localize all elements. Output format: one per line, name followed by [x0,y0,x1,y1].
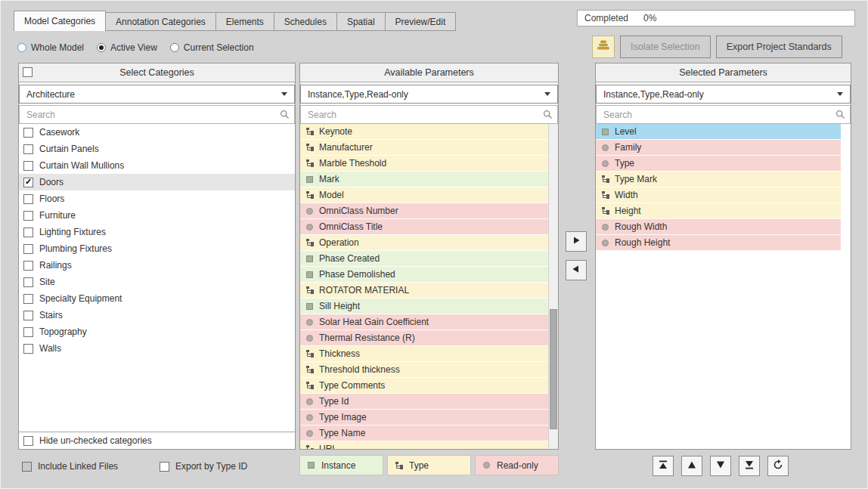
parameter-row[interactable]: Thickness [300,346,548,362]
category-checkbox[interactable] [23,311,33,320]
move-to-bottom-button[interactable] [739,456,760,476]
category-checkbox[interactable] [23,261,33,271]
parameter-row[interactable]: Mark [300,172,548,187]
parameter-row[interactable]: Threshold thickness [300,362,548,378]
parameter-row[interactable]: Thermal Resistance (R) [300,330,548,346]
parameter-label: Type Name [319,428,365,438]
category-checkbox[interactable] [23,327,33,337]
parameter-row[interactable]: Rough Height [596,235,841,251]
parameter-row[interactable]: Type Comments [300,378,548,394]
category-checkbox[interactable] [23,128,33,138]
category-row[interactable]: Doors [19,174,295,190]
chevron-down-icon [837,92,843,96]
parameter-row[interactable]: OmniClass Number [300,203,548,219]
parameter-row[interactable]: Phase Demolished [300,267,548,283]
add-parameter-button[interactable] [566,231,587,252]
include-linked-files-checkbox[interactable] [22,462,32,472]
scrollbar-thumb[interactable] [550,309,557,429]
parameter-row[interactable]: Type Name [300,426,548,441]
parameter-row[interactable]: OmniClass Title [300,219,548,235]
discipline-dropdown[interactable]: Architecture [19,85,295,104]
parameter-row[interactable]: Solar Heat Gain Coefficient [300,314,548,330]
export-by-type-id-checkbox[interactable] [160,462,169,472]
move-to-top-button[interactable] [653,456,674,476]
parameter-row[interactable]: Type Id [300,394,548,410]
tab[interactable]: Model Categories [14,11,106,31]
scope-radio-option[interactable]: Current Selection [170,42,254,53]
tab[interactable]: Annotation Categories [105,12,216,31]
isolate-selection-button[interactable]: Isolate Selection [620,36,711,58]
selected-filter-dropdown[interactable]: Instance,Type,Read-only [596,85,851,104]
export-project-standards-button[interactable]: Export Project Standards [716,36,842,58]
categories-search-input[interactable] [19,105,295,124]
parameter-row[interactable]: ROTATOR MATERIAL [300,283,548,299]
select-all-categories-checkbox[interactable] [23,67,33,77]
available-list-scrollbar[interactable] [548,124,558,449]
parameter-row[interactable]: Model [300,187,548,203]
parameter-label: Operation [319,237,359,248]
category-row[interactable]: Furniture [19,207,295,224]
category-checkbox[interactable] [23,227,33,237]
hide-unchecked-checkbox[interactable] [23,436,33,446]
category-row[interactable]: Railings [19,257,295,274]
type-parameter-icon [305,144,314,152]
parameter-row[interactable]: Type [596,156,841,172]
category-row[interactable]: Curtain Panels [19,141,295,157]
parameter-row[interactable]: Sill Height [300,299,548,314]
category-row[interactable]: Floors [19,190,295,207]
parameter-row[interactable]: Width [596,187,841,203]
scope-radio-option[interactable]: Active View [97,42,157,53]
available-filter-dropdown[interactable]: Instance,Type,Read-only [300,85,558,104]
parameter-row[interactable]: Marble Theshold [300,156,548,172]
category-row[interactable]: Site [19,274,295,290]
available-filter-value: Instance,Type,Read-only [308,89,408,100]
category-checkbox[interactable] [23,244,33,254]
move-down-button[interactable] [710,456,731,476]
move-up-button[interactable] [681,456,702,476]
category-row[interactable]: Plumbing Fixtures [19,240,295,257]
parameter-row[interactable]: Manufacturer [300,140,548,156]
category-row[interactable]: Topography [19,323,295,340]
parameter-row[interactable]: Level [596,124,841,140]
tab[interactable]: Elements [215,12,274,31]
app-logo-button[interactable] [592,36,615,58]
category-row[interactable]: Walls [19,340,295,357]
tab[interactable]: Spatial [336,12,386,31]
category-checkbox[interactable] [23,294,33,304]
refresh-order-button[interactable] [767,456,789,476]
parameter-row[interactable]: Phase Created [300,251,548,267]
category-row[interactable]: Lighting Fixtures [19,224,295,240]
include-linked-files-option[interactable]: Include Linked Files [22,461,118,472]
discipline-dropdown-value: Architecture [26,89,75,100]
category-checkbox[interactable] [23,344,33,354]
category-row[interactable]: Curtain Wall Mullions [19,157,295,174]
parameter-row[interactable]: Type Image [300,410,548,426]
category-checkbox[interactable] [23,277,33,287]
tab[interactable]: Preview/Edit [385,12,457,31]
category-checkbox[interactable] [23,178,33,187]
parameter-row[interactable]: Type Mark [596,172,841,187]
category-checkbox[interactable] [23,211,33,221]
selected-search-input[interactable] [596,105,851,124]
parameter-row[interactable]: Operation [300,235,548,251]
category-checkbox[interactable] [23,161,33,171]
scope-radio-option[interactable]: Whole Model [17,42,84,53]
category-checkbox[interactable] [23,144,33,154]
category-checkbox[interactable] [23,194,33,204]
scope-radio-group: Whole Model Active View Current Selectio… [17,41,254,54]
type-parameter-icon [601,175,609,184]
remove-parameter-button[interactable] [566,260,587,280]
readonly-parameter-icon [601,239,609,247]
parameter-row[interactable]: Family [596,140,841,156]
parameter-row[interactable]: Height [596,203,841,219]
tab[interactable]: Schedules [274,12,337,31]
category-row[interactable]: Specialty Equipment [19,290,295,307]
category-row[interactable]: Stairs [19,307,295,323]
available-search-input[interactable] [300,105,558,124]
reorder-buttons [653,456,789,476]
parameter-row[interactable]: Keynote [300,124,548,140]
category-row[interactable]: Casework [19,124,295,141]
export-by-type-id-option[interactable]: Export by Type ID [160,461,247,472]
parameter-row[interactable]: Rough Width [596,219,841,235]
parameter-row[interactable]: URL [300,441,548,449]
